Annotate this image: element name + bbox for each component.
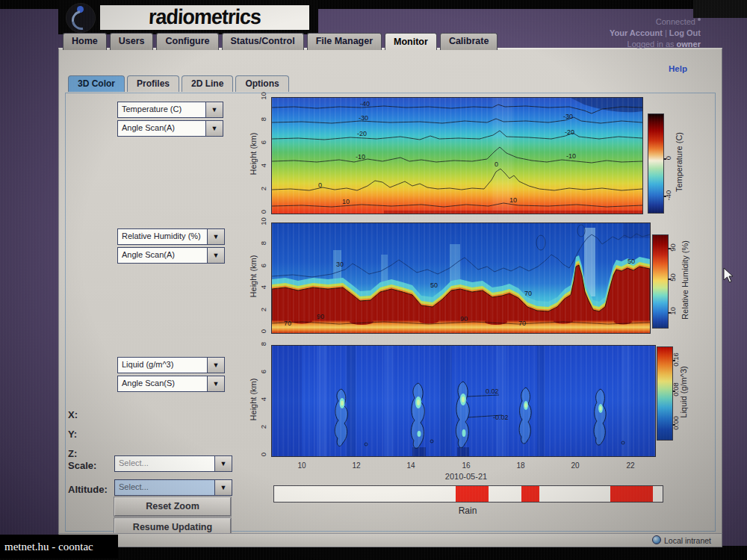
- scan-select-1-value: Angle Scan(A): [118, 121, 205, 136]
- x-coord-label: X:: [68, 409, 78, 420]
- contour-labels: 0.02 -0.02: [486, 388, 509, 421]
- photo-caption: metnet.hu - coontac: [0, 535, 118, 559]
- liquid-heatmap[interactable]: 0.02 -0.02: [271, 345, 656, 457]
- rain-segment: [456, 486, 489, 502]
- subtab-3d-color[interactable]: 3D Color: [68, 75, 125, 92]
- status-zone: Local intranet: [652, 535, 711, 545]
- rh-cbar-tick: 50: [669, 267, 677, 288]
- liq-cbar-tick: 0.08: [672, 379, 680, 400]
- dropdown-arrow-icon[interactable]: ▼: [207, 229, 224, 244]
- screen-photo: radiometrics Connected Your Account | Lo…: [0, 0, 747, 560]
- dropdown-arrow-icon[interactable]: ▼: [207, 376, 224, 391]
- svg-text:-10: -10: [566, 152, 576, 160]
- tab-home[interactable]: Home: [63, 33, 107, 50]
- subtab-2d-line[interactable]: 2D Line: [182, 75, 233, 92]
- temperature-heatmap[interactable]: -40 -30 -20 -10 0 10 -30 -20 -10 0 10: [271, 97, 643, 214]
- tab-users[interactable]: Users: [110, 33, 154, 50]
- rh-cbar-label: Relative Humidity (%): [681, 224, 689, 336]
- tab-monitor[interactable]: Monitor: [385, 33, 437, 50]
- connection-status: Connected: [514, 16, 701, 28]
- help-link[interactable]: Help: [669, 64, 687, 73]
- parameter-select-1-value: Temperature (C): [118, 102, 205, 117]
- svg-text:70: 70: [518, 320, 526, 327]
- parameter-select-2-value: Relative Humidity (%): [118, 229, 207, 244]
- svg-text:10: 10: [342, 198, 350, 205]
- logo-bar: radiometrics: [58, 0, 318, 34]
- liq-cbar-tick: 0.16: [672, 349, 680, 370]
- view-subtabs: 3D Color Profiles 2D Line Options: [68, 75, 289, 92]
- svg-text:-40: -40: [360, 100, 370, 108]
- monitor-bezel-corner: [693, 0, 747, 18]
- dropdown-arrow-icon[interactable]: ▼: [214, 456, 232, 471]
- temp-cbar-label: Temperature (C): [675, 121, 684, 203]
- contour-lines: [272, 225, 650, 277]
- svg-text:-20: -20: [565, 128, 574, 136]
- rain-segment: [610, 486, 653, 502]
- scale-label: Scale:: [68, 460, 96, 471]
- scan-select-3[interactable]: Angle Scan(S) ▼: [117, 376, 225, 392]
- svg-text:30: 30: [336, 261, 344, 268]
- log-out-link[interactable]: Log Out: [669, 28, 701, 37]
- humidity-colorbar: [652, 234, 669, 329]
- temp-ytick: 8: [259, 111, 267, 128]
- scan-select-2[interactable]: Angle Scan(A) ▼: [117, 247, 225, 264]
- x-tick: 16: [455, 461, 477, 470]
- temp-cbar-tick: -40: [664, 185, 672, 206]
- altitude-select[interactable]: Select... ▼: [114, 479, 232, 496]
- rain-indicator-strip: [273, 485, 663, 503]
- liq-ytick: 4: [259, 391, 267, 408]
- account-block: Connected Your Account | Log Out Logged …: [514, 16, 701, 50]
- dropdown-arrow-icon[interactable]: ▼: [214, 480, 232, 495]
- subtab-profiles[interactable]: Profiles: [127, 75, 179, 92]
- tab-status-control[interactable]: Status/Control: [222, 33, 304, 50]
- mouse-cursor-icon: [723, 267, 734, 287]
- logo-text: radiometrics: [148, 5, 261, 30]
- temp-ytick: 2: [259, 181, 267, 197]
- parameter-select-2[interactable]: Relative Humidity (%) ▼: [117, 228, 225, 245]
- altitude-label: Altitude:: [68, 484, 108, 495]
- logged-in-user: owner: [677, 40, 701, 49]
- globe-icon: [652, 535, 661, 544]
- humidity-heatmap[interactable]: 30 50 50 70 70 70 90 90: [271, 223, 651, 334]
- x-tick: 10: [291, 461, 313, 470]
- svg-text:50: 50: [430, 281, 438, 289]
- rh-ytick: 6: [259, 258, 267, 274]
- contour-labels: -40 -30 -20 -10 0 10 -30 -20 -10 0 10: [318, 100, 576, 205]
- tab-file-manager[interactable]: File Manager: [307, 33, 382, 50]
- tab-configure[interactable]: Configure: [156, 33, 218, 50]
- dropdown-arrow-icon[interactable]: ▼: [205, 121, 223, 136]
- svg-text:-10: -10: [356, 153, 365, 161]
- svg-text:0.02: 0.02: [486, 388, 499, 395]
- liq-cbar-label: Liquid (g/m^3): [679, 355, 688, 429]
- liq-cbar-tick: 0.00: [672, 413, 680, 434]
- dropdown-arrow-icon[interactable]: ▼: [207, 358, 224, 373]
- reset-zoom-button[interactable]: Reset Zoom: [114, 497, 231, 516]
- x-tick: 12: [345, 461, 368, 470]
- your-account-link[interactable]: Your Account: [610, 28, 663, 37]
- connection-dot-icon: [698, 18, 701, 21]
- contour-lines: [272, 105, 642, 207]
- svg-text:-0.02: -0.02: [493, 414, 509, 421]
- parameter-select-1[interactable]: Temperature (C) ▼: [117, 102, 223, 118]
- scan-select-2-value: Angle Scan(A): [118, 248, 207, 263]
- svg-text:90: 90: [460, 315, 468, 323]
- temperature-colorbar: [648, 113, 664, 214]
- rh-cbar-tick: 90: [669, 237, 677, 258]
- z-coord-label: Z:: [68, 448, 77, 459]
- y-coord-label: Y:: [68, 429, 77, 440]
- radiometrics-logo-icon: [66, 3, 96, 33]
- liq-ytick: 6: [259, 364, 267, 380]
- parameter-select-3[interactable]: Liquid (g/m^3) ▼: [117, 357, 225, 373]
- scale-select[interactable]: Select... ▼: [114, 455, 232, 472]
- rh-ytick: 8: [259, 235, 267, 252]
- dropdown-arrow-icon[interactable]: ▼: [205, 102, 223, 117]
- scan-select-1[interactable]: Angle Scan(A) ▼: [117, 120, 223, 137]
- svg-text:-30: -30: [563, 113, 573, 120]
- main-nav: Home Users Configure Status/Control File…: [63, 33, 498, 50]
- tab-calibrate[interactable]: Calibrate: [440, 33, 498, 50]
- scan-select-3-value: Angle Scan(S): [118, 376, 207, 391]
- liq-ytick: 8: [259, 336, 267, 352]
- logo-box: radiometrics: [100, 5, 309, 30]
- dropdown-arrow-icon[interactable]: ▼: [207, 248, 224, 263]
- liquid-contours: [335, 382, 606, 448]
